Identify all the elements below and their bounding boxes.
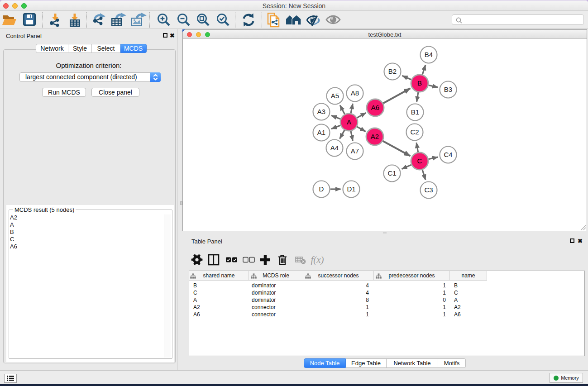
svg-text:A: A xyxy=(347,118,351,126)
svg-text:A4: A4 xyxy=(330,144,339,152)
svg-text:C: C xyxy=(417,157,422,165)
svg-text:B1: B1 xyxy=(411,108,419,116)
svg-text:A1: A1 xyxy=(317,129,325,136)
svg-text:B3: B3 xyxy=(444,86,452,93)
svg-text:C3: C3 xyxy=(424,186,433,194)
svg-text:D: D xyxy=(319,185,324,193)
svg-text:D1: D1 xyxy=(347,185,355,193)
svg-text:B: B xyxy=(417,79,422,87)
svg-text:B2: B2 xyxy=(388,67,397,75)
svg-text:A8: A8 xyxy=(351,89,359,97)
svg-text:A7: A7 xyxy=(351,147,359,155)
svg-text:A5: A5 xyxy=(331,92,339,100)
svg-text:C4: C4 xyxy=(444,151,452,158)
svg-text:f(x): f(x) xyxy=(311,254,324,265)
svg-text:C1: C1 xyxy=(387,169,396,177)
svg-text:C2: C2 xyxy=(410,128,419,136)
svg-text:B4: B4 xyxy=(425,51,433,58)
svg-text:A6: A6 xyxy=(371,104,379,111)
svg-text:A3: A3 xyxy=(317,108,325,115)
svg-text:A2: A2 xyxy=(371,133,379,140)
